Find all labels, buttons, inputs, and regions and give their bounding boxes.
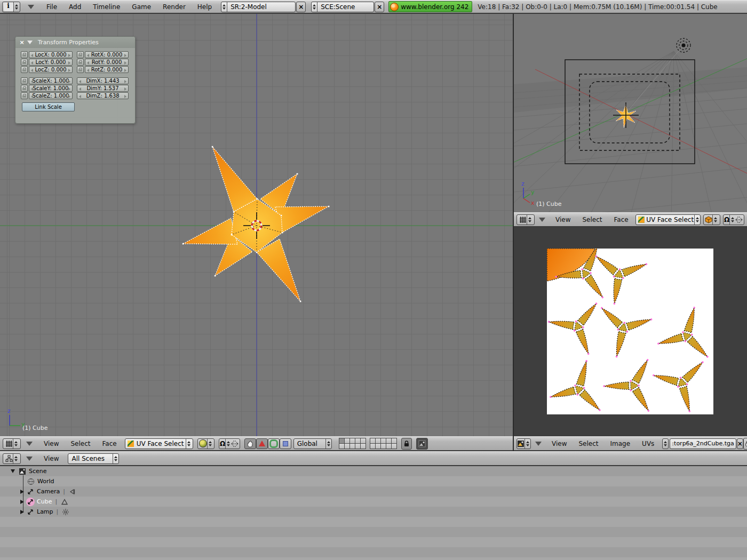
scaley-lock-button[interactable] bbox=[21, 85, 28, 92]
transform-properties-panel[interactable]: × Transform Properties LocX: 0.000 LocY:… bbox=[15, 36, 136, 124]
menu-select[interactable]: Select bbox=[65, 440, 96, 447]
render-preview-button[interactable] bbox=[416, 438, 428, 450]
menu-uvs[interactable]: UVs bbox=[636, 440, 660, 447]
header-menu-collapse-icon[interactable] bbox=[535, 442, 542, 446]
image-name-field[interactable]: :torp6a_2ndCube.tga bbox=[670, 438, 736, 449]
viewport-shading-button[interactable] bbox=[197, 438, 214, 449]
menu-face[interactable]: Face bbox=[97, 440, 123, 447]
manipulator-button[interactable]: Ω bbox=[219, 438, 240, 449]
menu-view[interactable]: View bbox=[546, 440, 573, 447]
camera-data-icon[interactable] bbox=[68, 487, 77, 496]
scalex-field[interactable]: ScaleX: 1.000 bbox=[29, 77, 73, 84]
menu-image[interactable]: Image bbox=[605, 440, 637, 447]
menu-game[interactable]: Game bbox=[126, 3, 157, 11]
outliner-panel[interactable]: Scene World Camera | Cube | bbox=[0, 466, 747, 560]
rotate-manipulator-button[interactable] bbox=[268, 438, 280, 449]
scene-selector[interactable]: SCE:Scene bbox=[311, 2, 374, 12]
dimx-field[interactable]: DimX: 1.443 bbox=[77, 77, 129, 84]
editor-type-stepper[interactable] bbox=[525, 439, 530, 449]
tree-item-camera[interactable]: Camera | bbox=[0, 486, 213, 497]
locx-field[interactable]: LocX: 0.000 bbox=[29, 51, 73, 58]
mode-selector-stepper[interactable] bbox=[186, 439, 192, 449]
outliner-scope-stepper[interactable] bbox=[113, 454, 118, 463]
manipulator-enable-button[interactable] bbox=[244, 438, 256, 449]
rotz-field[interactable]: RotZ: 0.000 bbox=[85, 66, 129, 73]
expand-icon[interactable] bbox=[20, 510, 24, 514]
menu-face[interactable]: Face bbox=[608, 216, 634, 223]
editor-type-button-info[interactable]: i bbox=[2, 2, 20, 12]
editor-type-button-3dview[interactable] bbox=[516, 214, 535, 225]
draw-type-stepper[interactable] bbox=[712, 215, 718, 225]
rotx-field[interactable]: RotX: 0.000 bbox=[85, 51, 129, 58]
expand-icon[interactable] bbox=[20, 490, 24, 494]
menu-add[interactable]: Add bbox=[63, 3, 87, 11]
editor-type-stepper[interactable] bbox=[13, 2, 19, 12]
mode-selector-stepper[interactable] bbox=[694, 215, 700, 225]
screen-close-button[interactable]: × bbox=[296, 2, 306, 12]
mode-selector[interactable]: UV Face Select bbox=[635, 214, 701, 225]
link-scale-button[interactable]: Link Scale bbox=[22, 102, 75, 111]
layer-buttons-group-2[interactable] bbox=[370, 438, 397, 449]
orientation-selector[interactable]: Global bbox=[293, 438, 332, 449]
menu-file[interactable]: File bbox=[41, 3, 63, 11]
draw-type-button[interactable] bbox=[703, 214, 720, 225]
viewport-shading-stepper[interactable] bbox=[207, 439, 213, 449]
lock-layers-button[interactable] bbox=[401, 438, 412, 450]
dimy-field[interactable]: DimY: 1.537 bbox=[77, 85, 129, 92]
editor-type-button-outliner[interactable] bbox=[3, 453, 21, 464]
menu-timeline[interactable]: Timeline bbox=[87, 3, 126, 11]
layer-20[interactable] bbox=[391, 443, 397, 449]
editor-type-button-image[interactable] bbox=[516, 438, 531, 449]
menu-view[interactable]: View bbox=[38, 440, 65, 447]
layer-15[interactable] bbox=[360, 443, 366, 449]
layer-buttons-group-1[interactable] bbox=[339, 438, 366, 449]
screen-selector[interactable]: SR:2-Model bbox=[221, 2, 296, 12]
menu-render[interactable]: Render bbox=[157, 3, 192, 11]
panel-close-icon[interactable]: × bbox=[19, 39, 25, 46]
orientation-stepper[interactable] bbox=[325, 439, 331, 449]
manipulator-button[interactable]: Ω bbox=[723, 214, 744, 225]
scaley-field[interactable]: ScaleY: 1.000 bbox=[29, 85, 73, 92]
menu-select[interactable]: Select bbox=[573, 440, 604, 447]
viewport-3d[interactable]: z y (1) Cube × Transform Properties LocX… bbox=[0, 14, 513, 436]
tree-item-world[interactable]: World bbox=[0, 476, 213, 486]
scalez-lock-button[interactable] bbox=[21, 92, 28, 99]
lamp-data-icon[interactable] bbox=[61, 508, 70, 516]
tree-item-lamp[interactable]: Lamp | bbox=[0, 507, 213, 517]
expand-icon[interactable] bbox=[20, 500, 24, 504]
scene-selector-stepper[interactable] bbox=[312, 2, 317, 12]
menu-view[interactable]: View bbox=[550, 216, 576, 223]
header-menu-collapse-icon[interactable] bbox=[26, 457, 33, 461]
roty-lock-button[interactable] bbox=[77, 59, 84, 66]
editor-type-button-3dview[interactable] bbox=[3, 438, 21, 449]
scalex-lock-button[interactable] bbox=[21, 77, 28, 84]
scene-close-button[interactable]: × bbox=[375, 2, 384, 12]
panel-collapse-icon[interactable] bbox=[27, 41, 33, 44]
menu-help[interactable]: Help bbox=[192, 3, 218, 11]
scalez-field[interactable]: ScaleZ: 1.000 bbox=[29, 92, 73, 99]
image-browse-stepper[interactable] bbox=[663, 439, 668, 449]
mode-selector[interactable]: UV Face Select bbox=[125, 438, 193, 449]
locz-lock-button[interactable] bbox=[21, 66, 28, 73]
menu-select[interactable]: Select bbox=[576, 216, 608, 223]
image-browse-button[interactable] bbox=[662, 438, 669, 449]
screen-selector-stepper[interactable] bbox=[221, 2, 227, 12]
scale-manipulator-button[interactable] bbox=[280, 438, 291, 449]
uv-image-editor[interactable] bbox=[514, 227, 747, 436]
roty-field[interactable]: RotY: 0.000 bbox=[85, 59, 129, 66]
header-menu-collapse-icon[interactable] bbox=[539, 218, 545, 222]
transform-panel-header[interactable]: × Transform Properties bbox=[15, 37, 135, 48]
outliner-scope-selector[interactable]: All Scenes bbox=[68, 453, 119, 464]
viewport-camera[interactable]: z y x (1) Cube bbox=[514, 14, 747, 212]
rotz-lock-button[interactable] bbox=[77, 66, 84, 73]
tree-item-scene[interactable]: Scene bbox=[0, 466, 213, 476]
tree-item-cube[interactable]: Cube | bbox=[0, 497, 213, 507]
locy-field[interactable]: LocY: 0.000 bbox=[29, 59, 73, 66]
editor-type-stepper[interactable] bbox=[13, 454, 19, 463]
editor-type-stepper[interactable] bbox=[527, 215, 533, 225]
image-close-button[interactable]: × bbox=[737, 438, 743, 449]
mesh-data-icon[interactable] bbox=[60, 498, 69, 506]
manipulator-stepper[interactable] bbox=[729, 215, 735, 225]
locy-lock-button[interactable] bbox=[21, 59, 28, 66]
editor-type-stepper[interactable] bbox=[13, 439, 19, 449]
